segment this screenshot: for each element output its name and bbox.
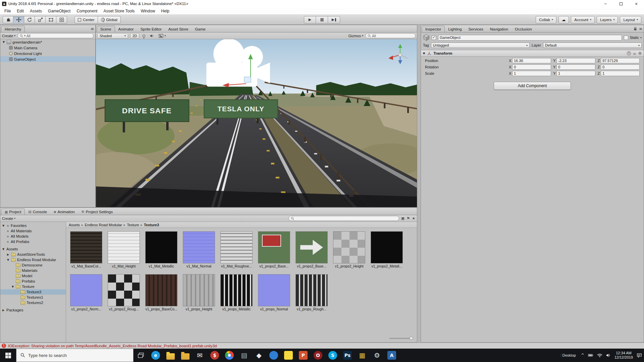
menubar-item[interactable]: File <box>1 9 14 13</box>
account-button[interactable]: Account▾ <box>571 16 595 23</box>
foldout-open-icon[interactable]: ▼ <box>6 258 10 261</box>
asset-thumbnail[interactable] <box>296 231 328 263</box>
search-by-type-icon[interactable]: ▣ <box>401 216 405 221</box>
foldout-closed-icon[interactable]: ▶ <box>2 309 5 312</box>
asset-thumbnail[interactable] <box>108 231 140 263</box>
scene-effects-dropdown[interactable]: ▾ <box>157 34 167 38</box>
scene-viewport[interactable]: DRIVE SAFE TESLA ONLY <box>96 39 417 207</box>
asset-thumbnail[interactable] <box>145 231 177 263</box>
cloud-button[interactable]: ☁ <box>558 16 569 23</box>
project-search-input[interactable] <box>288 216 399 221</box>
foldout-open-icon[interactable]: ▼ <box>2 248 5 251</box>
menubar-item[interactable]: Help <box>158 9 172 13</box>
assets-root[interactable]: ▼Assets <box>0 246 66 252</box>
folder-demoscene[interactable]: Demoscene <box>0 262 66 268</box>
layers-button[interactable]: Layers▾ <box>597 16 618 23</box>
status-bar[interactable]: ! IOException: Sharing violation on path… <box>0 343 644 349</box>
taskbar-app-folder-documents[interactable] <box>178 349 193 362</box>
slider-knob[interactable] <box>410 337 413 340</box>
axis-z-field[interactable]: 0 <box>601 64 640 70</box>
asset-item[interactable]: v1_props_Height <box>183 274 215 311</box>
favorites-all-models[interactable]: ★All Models <box>0 234 66 239</box>
taskbar-app-opera[interactable]: O <box>311 349 325 362</box>
taskbar-app-photos-app[interactable]: ▦ <box>355 349 370 362</box>
taskbar-app-powerpoint[interactable]: P <box>296 349 311 362</box>
tab-animation[interactable]: ◈Animation <box>50 208 78 215</box>
asset-item[interactable]: v1_Mat_Normal <box>183 231 215 268</box>
help-icon[interactable]: ? <box>627 51 631 55</box>
rect-tool-button[interactable] <box>46 16 56 23</box>
axis-x-field[interactable]: 16.36 <box>512 58 551 63</box>
taskbar-clock[interactable]: 12:34 AM 12/12/2019 <box>614 351 633 360</box>
gizmos-dropdown[interactable]: Gizmos▾ <box>348 34 363 38</box>
presets-icon[interactable]: ⚌ <box>633 51 636 56</box>
asset-item[interactable]: v1_props_Metallic <box>220 274 253 311</box>
asset-item[interactable]: v1_Mat_Metallic <box>145 231 177 268</box>
asset-thumbnail[interactable] <box>371 231 403 263</box>
folder-texture3[interactable]: Texture3 <box>0 289 66 295</box>
tab-inspector[interactable]: Inspector <box>422 26 445 32</box>
asset-thumbnail[interactable] <box>183 274 215 306</box>
taskbar-app-text-editor[interactable]: ▤ <box>237 349 252 362</box>
scale-tool-button[interactable] <box>35 16 46 23</box>
hierarchy-item-directional-light[interactable]: Directional Light <box>0 51 95 56</box>
asset-item[interactable]: v1_props2_Roug... <box>108 274 140 311</box>
step-button[interactable]: ▶ <box>328 16 340 23</box>
collab-button[interactable]: Collab▾ <box>536 16 556 23</box>
asset-item[interactable]: v1_Mat_Height <box>108 231 140 268</box>
taskbar-app-sticky-notes[interactable] <box>281 349 296 362</box>
transform-tool-button[interactable] <box>56 16 67 23</box>
tab-sprite-editor[interactable]: Sprite Editor <box>137 26 165 32</box>
thumbnail-zoom-slider[interactable] <box>389 336 413 340</box>
tab-hierarchy[interactable]: Hierarchy <box>1 26 25 32</box>
create-dropdown[interactable]: Create▾ <box>2 34 15 38</box>
hierarchy-item-main-camera[interactable]: Main Camera <box>0 45 95 51</box>
pause-button[interactable] <box>316 16 328 23</box>
foldout-open-icon[interactable]: ▼ <box>423 52 425 55</box>
taskbar-app-edge[interactable]: e <box>148 349 163 362</box>
close-button[interactable]: × <box>629 0 644 7</box>
foldout-open-icon[interactable]: ▼ <box>11 285 14 288</box>
wifi-icon[interactable] <box>597 353 602 357</box>
taskbar-app-browser[interactable] <box>266 349 281 362</box>
folder-model[interactable]: Model <box>0 273 66 279</box>
asset-thumbnail[interactable] <box>70 231 102 263</box>
tab-project[interactable]: ▦Project <box>1 208 25 215</box>
static-checkbox[interactable] <box>624 36 628 40</box>
tab-asset-store[interactable]: Asset Store <box>165 26 192 32</box>
asset-thumbnail[interactable] <box>258 274 290 306</box>
breadcrumb-item[interactable]: Endless Road Modular <box>85 223 122 227</box>
menubar-item[interactable]: GameObject <box>45 9 73 13</box>
breadcrumb-item[interactable]: Assets <box>69 223 80 227</box>
move-tool-button[interactable] <box>13 16 24 23</box>
asset-thumbnail[interactable] <box>220 231 253 263</box>
object-name-field[interactable]: GameObject <box>438 35 622 41</box>
asset-thumbnail[interactable] <box>108 274 140 306</box>
menubar-item[interactable]: Edit <box>14 9 27 13</box>
asset-thumbnail[interactable] <box>70 274 102 306</box>
minimize-button[interactable]: ─ <box>598 0 613 7</box>
asset-item[interactable]: v1_props2_Norm... <box>70 274 102 311</box>
add-component-button[interactable]: Add Component <box>494 82 571 90</box>
taskbar-app-mail[interactable]: ✉ <box>193 349 207 362</box>
taskbar-app-cad-app[interactable]: A <box>384 349 399 362</box>
rotate-tool-button[interactable] <box>24 16 35 23</box>
taskbar-app-chrome[interactable] <box>222 349 237 362</box>
asset-item[interactable]: v1_props2_Base... <box>296 231 328 268</box>
asset-item[interactable]: v1_props2_Height <box>333 231 365 268</box>
desktop-toolbar-label[interactable]: Desktop <box>561 353 577 357</box>
scene-lighting-toggle[interactable] <box>141 35 147 37</box>
breadcrumb-item-current[interactable]: Texture3 <box>144 223 159 227</box>
search-by-label-icon[interactable]: ⚑ <box>407 216 410 221</box>
hierarchy-search-input[interactable]: ▾ All <box>17 33 94 38</box>
asset-item[interactable]: v1_Mat_BaseCol... <box>70 231 102 268</box>
create-dropdown[interactable]: Create▾ <box>2 217 15 221</box>
folder-prefabs[interactable]: Prefabs <box>0 279 66 284</box>
start-button[interactable] <box>0 349 16 362</box>
scene-search-input[interactable]: All <box>365 33 416 38</box>
tag-dropdown[interactable]: Untagged▾ <box>431 43 530 48</box>
pivot-toggle-button[interactable]: Center <box>74 16 98 23</box>
favorite-search-icon[interactable]: ★ <box>412 216 415 221</box>
foldout-closed-icon[interactable]: ▶ <box>6 253 10 256</box>
maximize-button[interactable] <box>613 0 629 7</box>
